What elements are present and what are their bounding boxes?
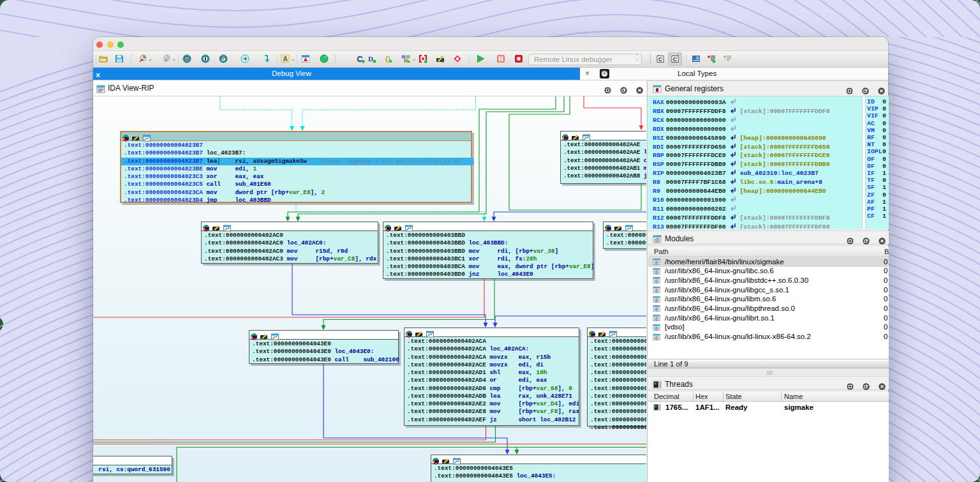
svg-text:C: C bbox=[673, 56, 678, 63]
svg-text:D: D bbox=[368, 55, 373, 63]
svg-text:C: C bbox=[658, 56, 663, 63]
svg-text:A: A bbox=[283, 56, 287, 63]
